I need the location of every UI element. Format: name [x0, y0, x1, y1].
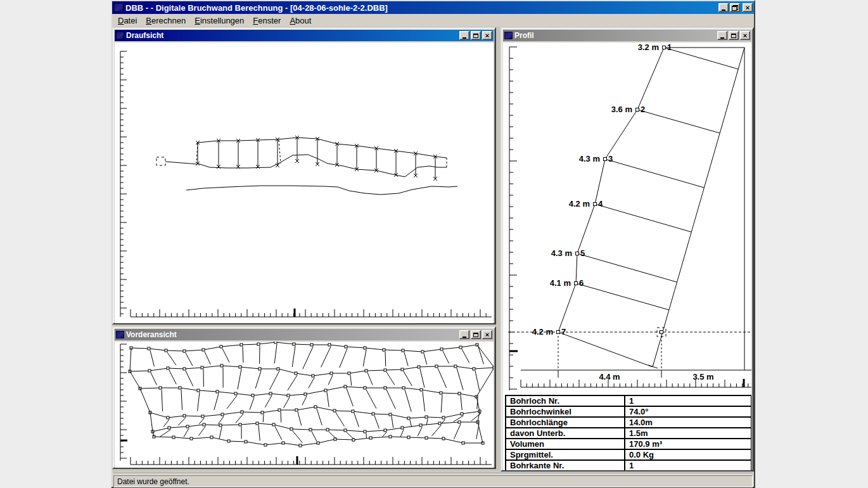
status-bar: Datei wurde geöffnet.: [113, 473, 753, 488]
row-label: Bohrloch Nr.: [506, 395, 625, 406]
svg-text:3: 3: [608, 154, 613, 164]
app-restore-button[interactable]: [730, 3, 740, 12]
row-value: 74.0°: [625, 406, 751, 417]
restore-icon: [732, 5, 738, 11]
profil-buttons: ×: [717, 31, 750, 40]
menu-item-datei[interactable]: Datei: [113, 15, 141, 26]
status-text: Datei wurde geöffnet.: [113, 475, 753, 487]
draufsicht-maximize-button[interactable]: [471, 31, 481, 40]
table-row: Volumen170.9 m³: [506, 439, 751, 449]
table-row: davon Unterb.1.5m: [506, 428, 751, 439]
profil-close-button[interactable]: ×: [740, 31, 750, 40]
svg-text:3.2 m: 3.2 m: [638, 42, 659, 52]
svg-text:3.5 m: 3.5 m: [692, 372, 713, 382]
profil-titlebar[interactable]: Profil ×: [503, 30, 751, 41]
vorderansicht-canvas[interactable]: [115, 342, 494, 468]
window-vorderansicht: Vorderansicht ×: [112, 326, 496, 469]
draufsicht-close-button[interactable]: ×: [482, 31, 492, 40]
row-value: 1.5m: [625, 428, 751, 439]
profil-title: Profil: [514, 31, 715, 40]
app-titlebar[interactable]: DBB - - Digitale Bruchwand Berechnung - …: [112, 1, 754, 14]
close-icon: ×: [485, 32, 489, 39]
svg-text:3.6 m: 3.6 m: [611, 105, 632, 114]
minimize-icon: [463, 337, 466, 338]
draufsicht-buttons: ×: [459, 31, 492, 40]
row-label: Bohrkante Nr.: [506, 460, 625, 470]
row-value: 14.0m: [625, 417, 751, 428]
minimize-icon: [720, 37, 724, 39]
app-title: DBB - - Digitale Bruchwand Berechnung - …: [125, 3, 717, 13]
profil-window-icon: [504, 32, 513, 39]
vorderansicht-close-button[interactable]: ×: [482, 330, 492, 339]
table-row: Bohrkante Nr.1: [506, 460, 751, 470]
draufsicht-canvas[interactable]: [115, 42, 494, 323]
svg-text:4.1 m: 4.1 m: [550, 278, 571, 288]
app-close-button[interactable]: ×: [743, 3, 753, 12]
window-draufsicht: Draufsicht ×: [112, 27, 496, 324]
row-label: davon Unterb.: [506, 428, 625, 439]
row-value: 1: [625, 395, 751, 406]
svg-text:1: 1: [667, 42, 672, 52]
row-value: 1: [625, 460, 751, 470]
maximize-icon: [473, 333, 478, 337]
svg-text:6: 6: [579, 278, 584, 288]
close-icon: ×: [743, 32, 747, 39]
draufsicht-window-icon: [116, 32, 124, 39]
svg-text:4.4 m: 4.4 m: [599, 372, 620, 382]
menu-item-einstellungen[interactable]: Einstellungen: [190, 15, 248, 26]
svg-text:4.2 m: 4.2 m: [569, 199, 590, 209]
window-profil: Profil × 4.4 m3.5 m3.2 m13.6 m24.3 m34.2…: [501, 27, 754, 472]
svg-text:4.3 m: 4.3 m: [579, 154, 600, 164]
row-label: Bohrlochlänge: [506, 417, 625, 428]
menu-item-fenster[interactable]: Fenster: [248, 15, 285, 26]
row-value: 170.9 m³: [625, 439, 751, 449]
row-label: Volumen: [506, 439, 625, 449]
vorderansicht-title: Vorderansicht: [126, 330, 457, 339]
svg-text:4.2 m: 4.2 m: [532, 327, 553, 337]
profil-minimize-button[interactable]: [717, 31, 727, 40]
row-label: Sprgmittel.: [506, 449, 625, 460]
app-icon: [114, 3, 124, 12]
draufsicht-minimize-button[interactable]: [459, 31, 469, 40]
borehole-info-table: Bohrloch Nr.1Bohrlochwinkel74.0°Bohrloch…: [505, 395, 751, 470]
svg-text:7: 7: [561, 327, 566, 337]
minimize-icon: [463, 37, 466, 39]
svg-text:4.3 m: 4.3 m: [551, 248, 572, 258]
table-row: Bohrloch Nr.1: [506, 395, 751, 406]
svg-text:2: 2: [641, 105, 645, 114]
vorderansicht-maximize-button[interactable]: [471, 330, 481, 339]
table-row: Bohrlochwinkel74.0°: [506, 406, 751, 417]
app-titlebar-buttons: ×: [718, 3, 753, 12]
menu-item-berechnen[interactable]: Berechnen: [141, 15, 190, 26]
vorderansicht-window-icon: [116, 331, 124, 338]
profil-maximize-button[interactable]: [729, 31, 739, 40]
app-window: DBB - - Digitale Bruchwand Berechnung - …: [111, 0, 755, 488]
table-row: Sprgmittel.0.0 Kg: [506, 449, 751, 460]
app-minimize-button[interactable]: [718, 3, 729, 12]
row-label: Bohrlochwinkel: [506, 406, 625, 417]
svg-text:4: 4: [598, 199, 603, 209]
maximize-icon: [473, 34, 478, 38]
draufsicht-titlebar[interactable]: Draufsicht ×: [115, 30, 494, 41]
minimize-icon: [722, 10, 725, 11]
table-row: Bohrlochlänge14.0m: [506, 417, 751, 428]
vorderansicht-buttons: ×: [459, 330, 492, 339]
menu-bar: DateiBerechnenEinstellungenFensterAbout: [112, 14, 754, 27]
menu-item-about[interactable]: About: [285, 15, 316, 26]
close-icon: ×: [746, 4, 750, 11]
vorderansicht-minimize-button[interactable]: [459, 330, 469, 339]
svg-text:5: 5: [580, 248, 585, 258]
vorderansicht-titlebar[interactable]: Vorderansicht ×: [115, 329, 494, 340]
maximize-icon: [731, 34, 736, 38]
close-icon: ×: [485, 331, 489, 338]
draufsicht-title: Draufsicht: [126, 31, 457, 40]
profil-canvas[interactable]: 4.4 m3.5 m3.2 m13.6 m24.3 m34.2 m44.3 m5…: [503, 42, 751, 470]
mdi-area: Draufsicht × Vorderansicht ×: [112, 27, 754, 472]
row-value: 0.0 Kg: [625, 449, 751, 460]
